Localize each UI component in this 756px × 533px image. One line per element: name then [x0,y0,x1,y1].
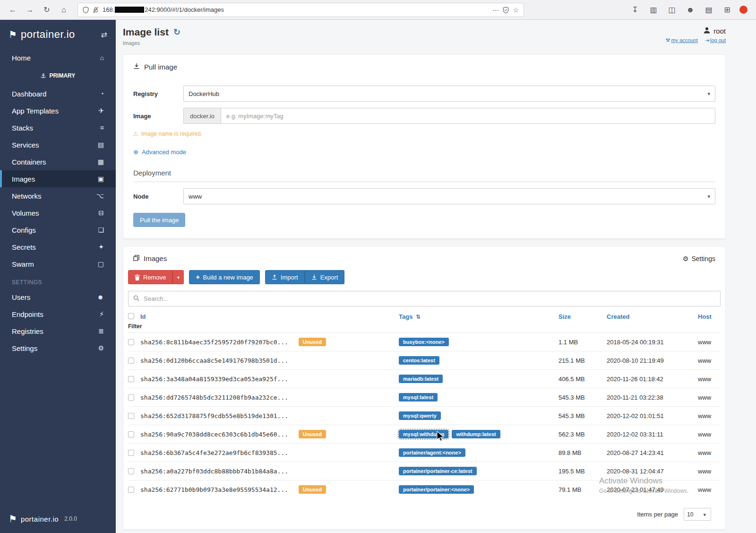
search-input[interactable] [144,295,715,302]
main-content: Image list ↻ Images root ⚒my account ⇥l [116,20,756,533]
export-button[interactable]: Export [305,270,345,284]
row-checkbox[interactable] [128,358,134,364]
image-id[interactable]: sha256:8c811b4aec35f259572d0f79207bc0... [140,339,288,346]
browser-back-button[interactable]: ← [6,3,20,17]
row-checkbox[interactable] [128,339,134,345]
remove-button[interactable]: Remove [128,270,172,284]
image-name-input[interactable] [221,108,715,124]
build-image-button[interactable]: + Build a new image [189,270,259,284]
account-icon[interactable]: ☻ [684,3,696,17]
endpoint-switch-icon[interactable]: ⇄ [101,30,107,39]
username: root [713,27,726,35]
sidebar-item-users[interactable]: Users☻ [0,288,116,306]
sort-icon[interactable]: ⇅ [416,314,421,320]
image-id[interactable]: sha256:a0a227bf03ddc8b88bbb74b1b84a8a... [140,468,288,475]
image-id[interactable]: sha256:90a9c7038dd8cec6303c6b1db45e60... [140,431,288,438]
extensions-icon[interactable]: ⊞ [721,3,733,17]
tags-cell: portainer/agent:<none> [399,444,558,462]
node-select[interactable]: www [183,188,715,204]
browser-home-button[interactable]: ⌂ [57,3,71,17]
gear-icon: ⚙ [683,255,689,262]
select-all-checkbox[interactable] [128,313,134,319]
sidebar-item-configs[interactable]: Configs❏ [0,221,116,238]
image-id[interactable]: sha256:dd7265748b5dc3211208fb9aa232ce... [140,394,288,401]
my-account-link[interactable]: ⚒my account [666,37,698,43]
column-header-created[interactable]: Created [607,313,629,320]
sidebar-item-services[interactable]: Services▤ [0,136,116,153]
save-page-icon[interactable]: ▤ [703,3,715,17]
filter-link[interactable]: Filter [128,323,138,330]
image-tag-badge[interactable]: portainer/agent:<none> [399,448,465,457]
created-cell: 2020-12-02 01:01:51 [607,407,698,425]
downloads-icon[interactable]: ↧ [629,3,641,17]
row-checkbox[interactable] [128,376,134,382]
image-tag-badge[interactable]: centos:latest [399,356,439,365]
row-checkbox[interactable] [128,413,134,419]
advanced-mode-link[interactable]: ⊕ Advanced mode [133,149,715,156]
row-checkbox[interactable] [128,468,134,474]
sidebar-item-networks[interactable]: Networks⌥ [0,187,116,204]
host-cell: www [698,425,721,444]
insecure-lock-icon[interactable] [93,7,99,13]
sidebar-item-secrets[interactable]: Secrets✦ [0,238,116,255]
sidebar-item-swarm[interactable]: Swarm▢ [0,255,116,272]
protection-shield-icon[interactable] [503,7,509,13]
row-checkbox[interactable] [128,487,134,493]
registry-select[interactable]: DockerHub [183,86,715,102]
sidebar-item-registries[interactable]: Registries≣ [0,323,116,340]
image-tag-badge[interactable]: portainer/portainer-ce:latest [399,467,477,475]
column-header-host[interactable]: Host [698,313,712,320]
address-bar[interactable]: 168.242:9000/#!/1/docker/images ⋯ ☆ [77,3,524,17]
image-tag-badge[interactable]: busybox:<none> [399,338,449,346]
column-header-size[interactable]: Size [558,313,571,320]
image-tag-badge[interactable]: mariadb:latest [399,375,443,383]
log-out-link[interactable]: ⇥log out [705,37,726,43]
image-id[interactable]: sha256:652d3178875f9cdb55e8b519de1301... [140,412,288,419]
browser-forward-button[interactable]: → [23,3,37,17]
sidebar-item-containers[interactable]: Containers▦ [0,153,116,170]
image-id[interactable]: sha256:0d120b6ccaa8c5e149176798b3501d... [140,357,288,364]
image-tag-badge[interactable]: mysql:withdump [399,430,448,438]
url-text[interactable]: 168.242:9000/#!/1/docker/images [103,6,224,13]
image-tag-badge[interactable]: withdump:latest [452,430,500,438]
library-icon[interactable]: ▥ [647,3,660,17]
sidebar-item-settings[interactable]: Settings⚙ [0,340,116,357]
sidebar-item-dashboard[interactable]: Dashboard◔ [0,85,116,102]
image-tag-badge[interactable]: mysql:latest [399,393,438,402]
import-button[interactable]: Import [265,270,305,284]
items-per-page-select[interactable]: 10 [684,508,711,521]
image-id[interactable]: sha256:3a348a04a8159339ed3ca053ea925f... [140,376,288,383]
column-header-tags[interactable]: Tags [399,313,412,320]
sidebars-icon[interactable]: ◫ [666,3,678,17]
remove-caret-button[interactable]: ▾ [172,270,184,284]
image-id[interactable]: sha256:6b367a5c4fe3e272ae9fb6cf839385... [140,449,288,456]
sidebar-settings-header: SETTINGS [0,272,116,288]
table-settings-link[interactable]: ⚙ Settings [683,255,715,262]
search-box[interactable] [128,291,721,306]
row-checkbox[interactable] [128,450,134,456]
browser-reload-button[interactable]: ↻ [40,3,54,17]
image-id[interactable]: sha256:62771b0b9b0973a3e8e95595534a12... [140,486,288,493]
column-header-id[interactable]: Id [140,313,146,320]
row-checkbox[interactable] [128,394,134,401]
app-templates-icon: ✈ [98,107,104,114]
browser-toolbar: ← → ↻ ⌂ 168.242:9000/#!/1/docker/images … [0,0,756,20]
refresh-icon[interactable]: ↻ [173,27,180,37]
image-table-row: sha256:8c811b4aec35f259572d0f79207bc0...… [128,333,721,351]
tracking-shield-icon[interactable] [83,7,89,13]
image-tag-badge[interactable]: portainer/portainer:<none> [399,485,474,494]
sidebar-item-images[interactable]: Images▣ [0,170,116,187]
page-actions-icon[interactable]: ⋯ [492,6,499,14]
bookmark-star-icon[interactable]: ☆ [513,6,519,14]
size-cell: 562.3 MB [558,425,607,444]
row-checkbox[interactable] [128,431,134,437]
sidebar-item-endpoints[interactable]: Endpoints⚡ [0,306,116,323]
sidebar-item-app-templates[interactable]: App Templates✈ [0,102,116,119]
image-tag-badge[interactable]: mysql:qwerty [399,411,441,420]
adblock-extension-icon[interactable] [739,6,747,14]
sidebar-item-volumes[interactable]: Volumes⊟ [0,204,116,221]
pull-image-button[interactable]: Pull the image [133,213,185,227]
sidebar-item-home[interactable]: Home ⌂ [0,49,116,66]
sidebar-logo[interactable]: ⚑ portainer.io ⇄ [0,20,116,49]
sidebar-item-stacks[interactable]: Stacks≡ [0,119,116,136]
